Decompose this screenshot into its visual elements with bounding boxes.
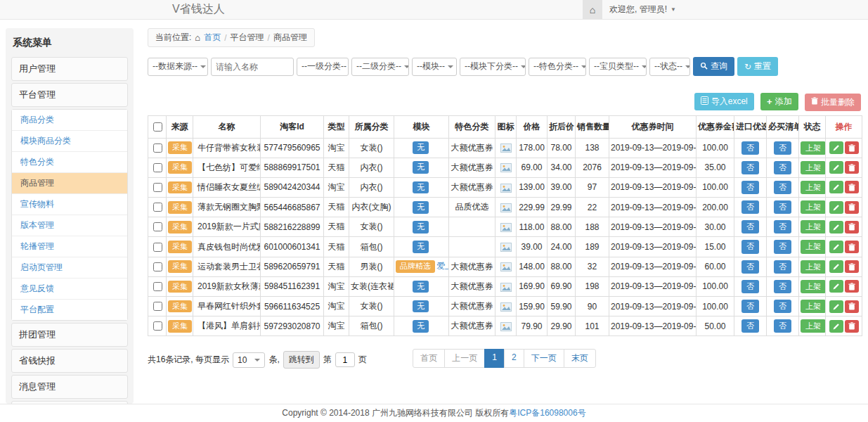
filter-module-select[interactable]: --模块-- bbox=[412, 58, 457, 76]
search-button[interactable]: 查询 bbox=[693, 57, 734, 76]
add-button[interactable]: + 添加 bbox=[760, 93, 798, 110]
delete-button[interactable] bbox=[845, 181, 859, 193]
import-select-toggle[interactable]: 否 bbox=[741, 280, 759, 293]
import-select-toggle[interactable]: 否 bbox=[741, 181, 759, 194]
must-buy-toggle[interactable]: 否 bbox=[774, 319, 791, 333]
page-1[interactable]: 1 bbox=[484, 349, 505, 368]
import-select-toggle[interactable]: 否 bbox=[741, 200, 759, 214]
sidebar-item-product-category[interactable]: 商品分类 bbox=[12, 110, 127, 130]
status-toggle[interactable]: 上架 bbox=[801, 181, 826, 194]
row-checkbox[interactable] bbox=[153, 262, 162, 271]
sidebar-item-message-management[interactable]: 消息管理 bbox=[11, 375, 128, 399]
status-toggle[interactable]: 上架 bbox=[801, 141, 826, 155]
sidebar-item-user-management[interactable]: 用户管理 bbox=[11, 57, 128, 81]
sidebar-item-version-management[interactable]: 版本管理 bbox=[12, 215, 127, 236]
sidebar-item-promo-materials[interactable]: 宣传物料 bbox=[12, 193, 127, 215]
delete-button[interactable] bbox=[845, 201, 859, 214]
filter-name-input[interactable] bbox=[211, 58, 294, 76]
edit-button[interactable] bbox=[829, 141, 843, 154]
filter-featured-select[interactable]: --特色分类-- bbox=[529, 58, 586, 76]
delete-button[interactable] bbox=[845, 260, 859, 273]
page-next[interactable]: 下一页 bbox=[524, 349, 564, 368]
sidebar-item-group-buy[interactable]: 拼团管理 bbox=[11, 323, 128, 347]
edit-button[interactable] bbox=[829, 260, 843, 273]
select-all-checkbox[interactable] bbox=[153, 122, 162, 132]
delete-button[interactable] bbox=[845, 300, 859, 313]
sidebar-item-module-product-category[interactable]: 模块商品分类 bbox=[12, 130, 127, 151]
sidebar-item-platform-management[interactable]: 平台管理 bbox=[11, 83, 128, 107]
filter-level1-select[interactable]: --一级分类-- bbox=[297, 58, 349, 76]
edit-button[interactable] bbox=[829, 280, 843, 293]
batch-delete-button[interactable]: 批量删除 bbox=[805, 94, 861, 111]
sidebar-item-feedback[interactable]: 意见反馈 bbox=[12, 278, 127, 299]
import-select-toggle[interactable]: 否 bbox=[741, 220, 759, 234]
edit-button[interactable] bbox=[829, 320, 843, 333]
delete-button[interactable] bbox=[845, 141, 859, 154]
home-button[interactable]: ⌂ bbox=[583, 0, 602, 19]
must-buy-toggle[interactable]: 否 bbox=[774, 161, 791, 174]
filter-level2-select[interactable]: --二级分类-- bbox=[351, 58, 409, 76]
must-buy-toggle[interactable]: 否 bbox=[774, 260, 791, 274]
row-checkbox[interactable] bbox=[153, 321, 162, 331]
row-checkbox[interactable] bbox=[153, 203, 162, 212]
status-toggle[interactable]: 上架 bbox=[801, 220, 826, 234]
import-select-toggle[interactable]: 否 bbox=[741, 240, 759, 253]
must-buy-toggle[interactable]: 否 bbox=[774, 200, 791, 214]
delete-button[interactable] bbox=[845, 241, 859, 253]
sidebar-item-splash-management[interactable]: 启动页管理 bbox=[12, 257, 127, 278]
page-prev[interactable]: 上一页 bbox=[444, 349, 485, 368]
must-buy-toggle[interactable]: 否 bbox=[774, 280, 791, 293]
import-select-toggle[interactable]: 否 bbox=[741, 300, 759, 313]
must-buy-toggle[interactable]: 否 bbox=[774, 141, 791, 155]
delete-button[interactable] bbox=[845, 280, 859, 293]
sidebar-item-carousel-management[interactable]: 轮播管理 bbox=[12, 236, 127, 257]
edit-button[interactable] bbox=[829, 181, 843, 193]
sidebar-item-product-management[interactable]: 商品管理 bbox=[12, 172, 127, 193]
status-toggle[interactable]: 上架 bbox=[801, 161, 826, 174]
edit-button[interactable] bbox=[829, 201, 843, 214]
row-checkbox[interactable] bbox=[153, 183, 162, 192]
status-toggle[interactable]: 上架 bbox=[801, 200, 826, 214]
must-buy-toggle[interactable]: 否 bbox=[774, 181, 791, 194]
must-buy-toggle[interactable]: 否 bbox=[774, 300, 791, 313]
import-select-toggle[interactable]: 否 bbox=[741, 161, 759, 174]
sidebar-item-platform-config[interactable]: 平台配置 bbox=[12, 299, 127, 320]
row-checkbox[interactable] bbox=[153, 143, 162, 153]
edit-button[interactable] bbox=[829, 300, 843, 313]
must-buy-toggle[interactable]: 否 bbox=[774, 240, 791, 253]
filter-data-source-select[interactable]: --数据来源-- bbox=[148, 58, 208, 76]
reset-button[interactable]: ↻ 重置 bbox=[737, 57, 778, 76]
page-number-input[interactable] bbox=[335, 352, 355, 367]
status-toggle[interactable]: 上架 bbox=[801, 319, 826, 333]
user-menu[interactable]: 欢迎您, 管理员! ▼ bbox=[602, 4, 683, 15]
page-2[interactable]: 2 bbox=[504, 349, 524, 368]
row-checkbox[interactable] bbox=[153, 243, 162, 252]
import-select-toggle[interactable]: 否 bbox=[741, 260, 759, 274]
sidebar-item-saving-express[interactable]: 省钱快报 bbox=[11, 349, 128, 373]
edit-button[interactable] bbox=[829, 221, 843, 234]
import-excel-button[interactable]: 导入excel bbox=[694, 93, 754, 110]
status-toggle[interactable]: 上架 bbox=[801, 280, 826, 293]
delete-button[interactable] bbox=[845, 320, 859, 333]
import-select-toggle[interactable]: 否 bbox=[741, 141, 759, 155]
status-toggle[interactable]: 上架 bbox=[801, 260, 826, 274]
status-toggle[interactable]: 上架 bbox=[801, 240, 826, 253]
row-checkbox[interactable] bbox=[153, 302, 162, 311]
import-select-toggle[interactable]: 否 bbox=[741, 319, 759, 333]
breadcrumb-home-link[interactable]: 首页 bbox=[204, 32, 221, 44]
per-page-select[interactable]: 10 bbox=[233, 352, 265, 368]
status-toggle[interactable]: 上架 bbox=[801, 300, 826, 313]
sidebar-item-featured-category[interactable]: 特色分类 bbox=[12, 151, 127, 172]
filter-module-sub-select[interactable]: --模块下分类-- bbox=[460, 58, 526, 76]
jump-button[interactable]: 跳转到 bbox=[283, 351, 320, 369]
row-checkbox[interactable] bbox=[153, 163, 162, 172]
delete-button[interactable] bbox=[845, 161, 859, 174]
page-last[interactable]: 末页 bbox=[564, 349, 596, 368]
delete-button[interactable] bbox=[845, 221, 859, 234]
icp-link[interactable]: 粤ICP备16098006号 bbox=[509, 408, 585, 418]
edit-button[interactable] bbox=[829, 161, 843, 174]
filter-status-select[interactable]: --状态-- bbox=[649, 58, 690, 76]
page-first[interactable]: 首页 bbox=[413, 349, 445, 368]
filter-item-type-select[interactable]: --宝贝类型-- bbox=[589, 58, 647, 76]
must-buy-toggle[interactable]: 否 bbox=[774, 220, 791, 234]
